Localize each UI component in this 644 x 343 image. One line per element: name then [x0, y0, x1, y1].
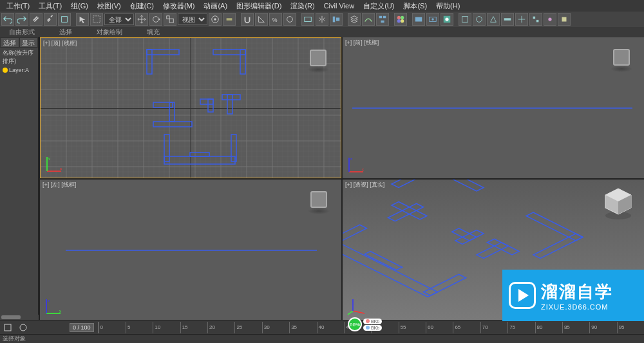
render-frame-button[interactable]	[426, 13, 439, 26]
progress-percent: 66%	[348, 317, 362, 331]
ribbon-tab-select[interactable]: 选择	[57, 27, 75, 37]
viewcube-front[interactable]	[605, 41, 638, 73]
svg-rect-27	[504, 18, 511, 21]
viewport-left-label[interactable]: [+] [左] [线框]	[43, 181, 76, 189]
sidebar-scrollbar[interactable]	[0, 315, 39, 320]
curve-editor-button[interactable]	[362, 13, 375, 26]
undo-button[interactable]	[1, 13, 14, 26]
viewcube-left[interactable]	[303, 183, 335, 216]
tool-g-button[interactable]	[544, 13, 556, 26]
select-scale-button[interactable]	[164, 13, 176, 26]
svg-point-2	[153, 17, 159, 23]
select-move-button[interactable]	[135, 13, 148, 26]
render-setup-button[interactable]	[412, 13, 425, 26]
ribbon-tab-fill[interactable]: 填充	[144, 27, 162, 37]
svg-rect-4	[169, 19, 173, 23]
svg-rect-15	[381, 21, 384, 23]
material-editor-button[interactable]	[394, 13, 407, 26]
svg-point-18	[397, 19, 401, 23]
align-button[interactable]	[330, 13, 343, 26]
percent-snap-button[interactable]: %	[269, 13, 282, 26]
viewcube-perspective[interactable]	[599, 183, 638, 222]
menu-item-group[interactable]: 组(G)	[67, 0, 92, 12]
svg-rect-11	[333, 17, 336, 23]
watermark-banner: 溜溜自学 ZIXUE.3D66.COM	[502, 270, 644, 321]
viewport-front[interactable]: [+] [前] [线框] xz	[343, 37, 644, 178]
svg-rect-10	[305, 17, 312, 22]
ribbon-tab-paint[interactable]: 对象绘制	[94, 27, 125, 37]
svg-rect-51	[5, 324, 11, 331]
selection-filter-dropdown[interactable]: 全部	[104, 14, 134, 25]
svg-rect-7	[227, 18, 232, 21]
svg-point-30	[548, 17, 551, 21]
auto-key-button[interactable]	[17, 322, 30, 333]
menu-item-animation[interactable]: 动画(A)	[200, 0, 231, 12]
badge-pill-2: BKb	[363, 325, 382, 331]
layer-button[interactable]	[348, 13, 361, 26]
menu-item-create[interactable]: 创建(C)	[126, 0, 158, 12]
set-key-button[interactable]	[1, 322, 14, 333]
viewcube-top[interactable]	[302, 42, 334, 74]
svg-text:%: %	[272, 17, 278, 23]
unlink-button[interactable]	[44, 13, 57, 26]
svg-rect-25	[462, 17, 468, 23]
tool-f-button[interactable]	[529, 13, 542, 26]
svg-point-52	[20, 324, 26, 331]
tool-a-button[interactable]	[459, 13, 471, 26]
svg-rect-12	[336, 17, 339, 21]
angle-snap-button[interactable]	[255, 13, 268, 26]
status-text: 选择对象	[3, 335, 26, 343]
svg-rect-3	[167, 16, 169, 19]
select-region-button[interactable]	[90, 13, 103, 26]
bind-button[interactable]	[58, 13, 71, 26]
tool-b-button[interactable]	[473, 13, 486, 26]
viewport-front-label[interactable]: [+] [前] [线框]	[345, 39, 379, 47]
viewport-top-label[interactable]: [+] [顶] [线框]	[43, 39, 77, 48]
menu-item-view[interactable]: 校图(V)	[93, 0, 125, 12]
svg-rect-1	[93, 16, 100, 23]
select-rotate-button[interactable]	[149, 13, 162, 26]
frame-indicator[interactable]: 0 / 100	[70, 323, 94, 332]
menu-item-help[interactable]: 帮助(H)	[432, 0, 464, 12]
select-object-button[interactable]	[76, 13, 89, 26]
tool-e-button[interactable]	[515, 13, 528, 26]
menu-item-graph[interactable]: 图形编辑器(D)	[232, 0, 285, 12]
scene-tab-display[interactable]: 显示	[19, 37, 39, 48]
svg-rect-20	[415, 17, 422, 22]
svg-rect-13	[379, 16, 382, 19]
status-bar: 选择对象	[0, 334, 644, 343]
svg-rect-31	[562, 17, 567, 22]
tool-d-button[interactable]	[501, 13, 514, 26]
svg-point-24	[445, 17, 448, 21]
menu-item-script[interactable]: 脚本(S)	[399, 0, 431, 12]
tool-c-button[interactable]	[487, 13, 500, 26]
redo-button[interactable]	[15, 13, 28, 26]
pivot-button[interactable]	[209, 13, 222, 26]
scene-tab-select[interactable]: 选择	[0, 37, 19, 48]
mirror-button[interactable]	[316, 13, 328, 26]
viewport-persp-label[interactable]: [+] [透视] [真实]	[345, 181, 384, 189]
menu-item-custom[interactable]: 自定义(U)	[359, 0, 398, 12]
menu-item-tools[interactable]: 工具(T)	[35, 0, 66, 12]
link-button[interactable]	[30, 13, 43, 26]
viewport-top[interactable]: [+] [顶] [线框] xy	[40, 37, 341, 178]
named-selection-button[interactable]	[301, 13, 314, 26]
menu-item-civil[interactable]: Civil View	[320, 1, 358, 11]
render-button[interactable]	[440, 13, 453, 26]
viewport-left[interactable]: [+] [左] [线框] yz	[40, 180, 341, 320]
menu-item-modifier[interactable]: 修改器(M)	[159, 0, 199, 12]
spinner-snap-button[interactable]	[283, 13, 296, 26]
svg-point-5	[214, 18, 216, 21]
tool-h-button[interactable]	[558, 13, 571, 26]
ribbon-bar: 自由形式 选择 对象绘制 填充	[0, 27, 644, 37]
reference-coord-dropdown[interactable]: 视图	[178, 14, 207, 25]
menu-item-work[interactable]: 工作(T)	[3, 0, 33, 12]
menu-item-render[interactable]: 渲染(R)	[287, 0, 318, 12]
schematic-button[interactable]	[376, 13, 389, 26]
svg-rect-28	[533, 17, 536, 19]
timeline: 0 / 100 05101520253035404550556065707580…	[0, 320, 644, 334]
layer-row[interactable]: Layer:A	[0, 67, 38, 73]
ribbon-tab-freeform[interactable]: 自由形式	[6, 27, 37, 37]
snap-button[interactable]	[241, 13, 254, 26]
manipulate-button[interactable]	[223, 13, 236, 26]
